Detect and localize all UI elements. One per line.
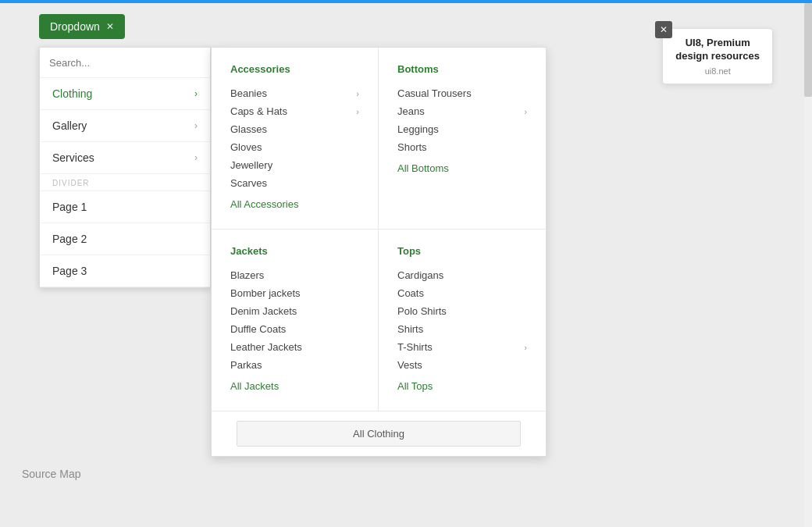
sidebar-page1-label: Page 1 xyxy=(52,201,87,213)
search-input[interactable] xyxy=(49,57,201,69)
mega-item-blazers[interactable]: Blazers xyxy=(230,266,359,284)
mega-item-vests[interactable]: Vests xyxy=(397,356,527,374)
chevron-right-icon: › xyxy=(356,107,359,116)
mega-menu-bottom-row: Jackets Blazers Bomber jackets Denim Jac… xyxy=(212,230,546,411)
sidebar-search-container xyxy=(40,48,210,78)
chevron-right-icon: › xyxy=(356,89,359,98)
mega-item-caps-hats[interactable]: Caps & Hats › xyxy=(230,102,359,120)
sidebar-menu: Clothing › Gallery › Services › DIVIDER … xyxy=(39,47,211,288)
dropdown-label: Dropdown xyxy=(50,20,100,33)
sidebar-page3-label: Page 3 xyxy=(52,265,87,277)
all-accessories-link[interactable]: All Accessories xyxy=(230,195,359,213)
ui8-subtitle: ui8.net xyxy=(675,66,760,76)
bottoms-title: Bottoms xyxy=(397,63,527,75)
mega-item-coats[interactable]: Coats xyxy=(397,284,527,302)
chevron-right-icon: › xyxy=(194,120,198,131)
sidebar-item-page2[interactable]: Page 2 xyxy=(40,223,210,255)
page-content: Dropdown ✕ Clothing › Gallery › Services… xyxy=(0,3,812,527)
mega-menu-top-row: Accessories Beanies › Caps & Hats › Glas… xyxy=(212,48,546,230)
sidebar-gallery-label: Gallery xyxy=(52,119,87,132)
chevron-right-icon: › xyxy=(524,343,527,352)
mega-item-bomber-jackets[interactable]: Bomber jackets xyxy=(230,284,359,302)
sidebar-page2-label: Page 2 xyxy=(52,233,87,245)
mega-item-duffle-coats[interactable]: Duffle Coats xyxy=(230,320,359,338)
mega-item-scarves[interactable]: Scarves xyxy=(230,174,359,192)
mega-section-jackets: Jackets Blazers Bomber jackets Denim Jac… xyxy=(212,230,379,411)
scrollbar[interactable] xyxy=(804,3,812,527)
sidebar-item-gallery[interactable]: Gallery › xyxy=(40,110,210,142)
mega-item-polo-shirts[interactable]: Polo Shirts xyxy=(397,302,527,320)
tops-title: Tops xyxy=(397,245,527,257)
mega-item-shorts[interactable]: Shorts xyxy=(397,138,527,156)
ui8-close-button[interactable]: ✕ xyxy=(655,21,672,38)
ui8-title: UI8, Premiumdesign resources xyxy=(675,37,760,63)
chevron-right-icon: › xyxy=(524,107,527,116)
mega-item-casual-trousers[interactable]: Casual Trousers xyxy=(397,84,527,102)
mega-item-leather-jackets[interactable]: Leather Jackets xyxy=(230,338,359,356)
sidebar-services-label: Services xyxy=(52,151,94,164)
mega-item-parkas[interactable]: Parkas xyxy=(230,356,359,374)
all-jackets-link[interactable]: All Jackets xyxy=(230,377,359,395)
dropdown-trigger-button[interactable]: Dropdown ✕ xyxy=(39,14,125,39)
jackets-title: Jackets xyxy=(230,245,359,257)
all-bottoms-link[interactable]: All Bottoms xyxy=(397,159,527,177)
mega-item-denim-jackets[interactable]: Denim Jackets xyxy=(230,302,359,320)
sidebar-item-services[interactable]: Services › xyxy=(40,142,210,174)
mega-item-t-shirts[interactable]: T-Shirts › xyxy=(397,338,527,356)
mega-item-leggings[interactable]: Leggings xyxy=(397,120,527,138)
chevron-right-icon: › xyxy=(194,88,198,99)
mega-item-glasses[interactable]: Glasses xyxy=(230,120,359,138)
close-icon: ✕ xyxy=(106,21,114,32)
mega-item-cardigans[interactable]: Cardigans xyxy=(397,266,527,284)
mega-section-bottoms: Bottoms Casual Trousers Jeans › Leggings… xyxy=(379,48,546,229)
mega-menu: Accessories Beanies › Caps & Hats › Glas… xyxy=(211,47,547,457)
sidebar-item-page1[interactable]: Page 1 xyxy=(40,191,210,223)
all-tops-link[interactable]: All Tops xyxy=(397,377,527,395)
mega-item-shirts[interactable]: Shirts xyxy=(397,320,527,338)
ui8-badge: ✕ UI8, Premiumdesign resources ui8.net xyxy=(662,28,773,84)
sidebar-item-page3[interactable]: Page 3 xyxy=(40,255,210,287)
all-clothing-button[interactable]: All Clothing xyxy=(237,421,521,447)
mega-item-gloves[interactable]: Gloves xyxy=(230,138,359,156)
mega-menu-footer: All Clothing xyxy=(212,411,546,456)
chevron-right-icon: › xyxy=(194,152,198,163)
scrollbar-thumb[interactable] xyxy=(804,3,812,97)
mega-item-jeans[interactable]: Jeans › xyxy=(397,102,527,120)
sidebar-divider: DIVIDER xyxy=(40,174,210,191)
sidebar-clothing-label: Clothing xyxy=(52,87,92,100)
mega-item-jewellery[interactable]: Jewellery xyxy=(230,156,359,174)
sidebar-item-clothing[interactable]: Clothing › xyxy=(40,78,210,110)
source-map-label: Source Map xyxy=(22,468,80,480)
accessories-title: Accessories xyxy=(230,63,359,75)
mega-section-accessories: Accessories Beanies › Caps & Hats › Glas… xyxy=(212,48,379,229)
mega-item-beanies[interactable]: Beanies › xyxy=(230,84,359,102)
mega-section-tops: Tops Cardigans Coats Polo Shirts Shirts … xyxy=(379,230,546,411)
